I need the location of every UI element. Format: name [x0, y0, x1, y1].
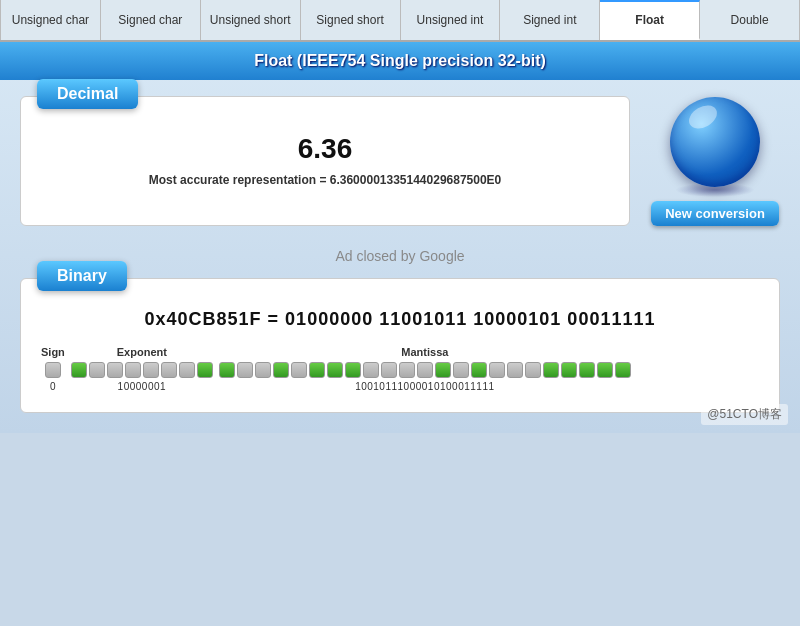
sphere-graphic: [670, 97, 760, 187]
tab-signed-char[interactable]: Signed char: [101, 0, 201, 40]
bit-cell: [435, 362, 451, 378]
bit-cell: [327, 362, 343, 378]
binary-section: Binary 0x40CB851F = 01000000 11001011 10…: [0, 278, 800, 433]
tab-unsigned-char[interactable]: Unsigned char: [0, 0, 101, 40]
bit-cell: [507, 362, 523, 378]
new-conversion-label: New conversion: [651, 201, 779, 226]
bit-cell: [597, 362, 613, 378]
decimal-representation: Most accurate representation = 6.3600001…: [41, 173, 609, 187]
bit-cell: [579, 362, 595, 378]
bit-cell: [453, 362, 469, 378]
bit-cell: [161, 362, 177, 378]
tab-float[interactable]: Float: [600, 0, 700, 40]
bit-cell: [219, 362, 235, 378]
bit-cell: [399, 362, 415, 378]
bit-cell: [237, 362, 253, 378]
bit-cell: [543, 362, 559, 378]
bit-cell: [291, 362, 307, 378]
binary-equation: 0x40CB851F = 01000000 11001011 10000101 …: [41, 309, 759, 330]
new-conversion-button[interactable]: New conversion: [650, 96, 780, 226]
tab-unsigned-short[interactable]: Unsigned short: [201, 0, 301, 40]
bit-cell: [309, 362, 325, 378]
bit-value-label: 10000001: [118, 381, 167, 392]
bit-cell: [179, 362, 195, 378]
representation-value: 6.3600001335144029687500E0: [330, 173, 502, 187]
bit-cell: [561, 362, 577, 378]
bit-cell: [107, 362, 123, 378]
bit-cell: [143, 362, 159, 378]
bit-cell: [471, 362, 487, 378]
bit-cell: [273, 362, 289, 378]
bit-cell: [525, 362, 541, 378]
bits-row: [219, 362, 631, 378]
bit-cell: [255, 362, 271, 378]
decimal-card: Decimal 6.36 Most accurate representatio…: [20, 96, 630, 226]
bit-group-label: Mantissa: [401, 346, 448, 358]
tab-bar: Unsigned charSigned charUnsigned shortSi…: [0, 0, 800, 42]
tab-double[interactable]: Double: [700, 0, 800, 40]
bit-value-label: 10010111000010100011111: [355, 381, 494, 392]
binary-label: Binary: [37, 261, 127, 291]
bit-cell: [197, 362, 213, 378]
header-title: Float (IEEE754 Single precision 32-bit): [254, 52, 546, 69]
tab-signed-short[interactable]: Signed short: [301, 0, 401, 40]
bit-group-label: Sign: [41, 346, 65, 358]
bit-cell: [381, 362, 397, 378]
bit-cell: [363, 362, 379, 378]
bit-group-exponent: Exponent10000001: [71, 346, 213, 392]
bit-cell: [417, 362, 433, 378]
bit-cell: [45, 362, 61, 378]
representation-prefix: Most accurate representation =: [149, 173, 330, 187]
bit-cell: [125, 362, 141, 378]
bit-cell: [345, 362, 361, 378]
main-content: Float (IEEE754 Single precision 32-bit) …: [0, 42, 800, 433]
bit-group-mantissa: Mantissa10010111000010100011111: [219, 346, 631, 392]
bit-group-label: Exponent: [117, 346, 167, 358]
bit-cell: [489, 362, 505, 378]
bit-cell: [615, 362, 631, 378]
watermark: @51CTO博客: [701, 404, 788, 425]
bit-cell: [71, 362, 87, 378]
tab-signed-int[interactable]: Signed int: [500, 0, 600, 40]
bits-row: [71, 362, 213, 378]
bits-row: [45, 362, 61, 378]
bit-group-sign: Sign0: [41, 346, 65, 392]
tab-unsigned-int[interactable]: Unsigned int: [401, 0, 501, 40]
bit-cell: [89, 362, 105, 378]
decimal-label: Decimal: [37, 79, 138, 109]
page-header: Float (IEEE754 Single precision 32-bit): [0, 42, 800, 80]
decimal-value: 6.36: [41, 133, 609, 165]
binary-card: Binary 0x40CB851F = 01000000 11001011 10…: [20, 278, 780, 413]
bit-value-label: 0: [50, 381, 56, 392]
